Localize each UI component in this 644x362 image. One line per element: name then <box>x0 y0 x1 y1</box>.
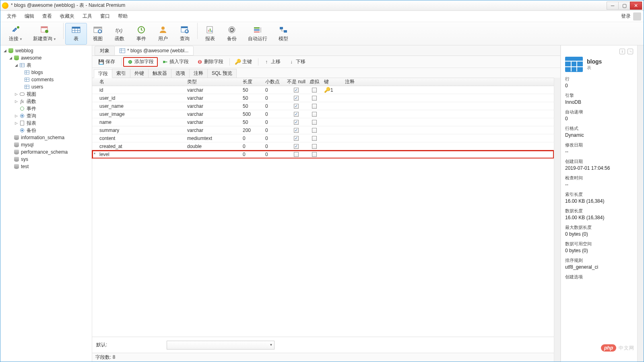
virtual-checkbox[interactable] <box>312 88 317 93</box>
notnull-checkbox[interactable] <box>294 152 299 157</box>
primary-key-button[interactable]: 🔑主键 <box>231 57 256 67</box>
field-length-cell[interactable]: 50 <box>240 94 263 102</box>
toolbar-user-button[interactable]: 用户 <box>152 23 174 45</box>
field-type-cell[interactable]: varchar <box>185 126 240 134</box>
field-row[interactable]: user_idvarchar500✓ <box>92 94 554 102</box>
field-key-cell[interactable] <box>322 94 343 102</box>
tree-database[interactable]: ◢awesome <box>0 54 92 62</box>
notnull-checkbox[interactable]: ✓ <box>294 120 299 125</box>
tree-table-item[interactable]: blogs <box>0 69 92 76</box>
save-button[interactable]: 💾保存 <box>95 57 119 67</box>
col-virtual[interactable]: 虚拟 <box>307 78 322 86</box>
tab-comment[interactable]: 注释 <box>189 69 208 78</box>
notnull-checkbox[interactable]: ✓ <box>294 128 299 133</box>
toolbar-query2-button[interactable]: 查询 <box>174 23 196 45</box>
field-decimals-cell[interactable]: 0 <box>263 142 285 150</box>
tab-fk[interactable]: 外键 <box>130 69 149 78</box>
notnull-checkbox[interactable]: ✓ <box>294 96 299 101</box>
toolbar-report-button[interactable]: 报表 <box>199 23 221 45</box>
tree-database-other[interactable]: information_schema <box>0 134 92 141</box>
virtual-checkbox[interactable] <box>312 112 317 117</box>
field-decimals-cell[interactable]: 0 <box>263 110 285 118</box>
virtual-checkbox[interactable] <box>312 152 317 157</box>
move-up-button[interactable]: ↑上移 <box>260 57 284 67</box>
add-field-button[interactable]: ⊕添加字段 <box>123 57 158 67</box>
tree-database-other[interactable]: sys <box>0 156 92 163</box>
field-key-cell[interactable] <box>322 118 343 126</box>
col-name[interactable]: 名 <box>97 78 185 86</box>
field-name-cell[interactable]: id <box>97 86 185 94</box>
toolbar-autorun-button[interactable]: 自动运行 <box>243 23 272 45</box>
toolbar-fx-button[interactable]: f(x)函数 <box>109 23 130 45</box>
tree-backup-group[interactable]: 备份 <box>0 127 92 134</box>
tree-database-other[interactable]: test <box>0 163 92 170</box>
info-icon[interactable]: i <box>619 49 625 54</box>
insert-field-button[interactable]: ⇤插入字段 <box>159 57 192 67</box>
field-name-cell[interactable]: created_at <box>97 142 185 150</box>
delete-field-button[interactable]: ⊖删除字段 <box>193 57 227 67</box>
field-comment-cell[interactable] <box>343 134 554 142</box>
field-type-cell[interactable]: double <box>185 142 240 150</box>
field-key-cell[interactable] <box>322 142 343 150</box>
tree-report-group[interactable]: ▷报表 <box>0 119 92 127</box>
field-key-cell[interactable] <box>322 134 343 142</box>
field-key-cell[interactable] <box>322 102 343 110</box>
toolbar-query-button[interactable]: 新建查询▼ <box>28 23 62 45</box>
field-length-cell[interactable]: 0 <box>240 134 263 142</box>
notnull-checkbox[interactable]: ✓ <box>294 144 299 149</box>
vertical-scrollbar[interactable] <box>554 78 560 362</box>
field-key-cell[interactable]: 🔑 1 <box>322 86 343 94</box>
field-type-cell[interactable] <box>185 150 240 158</box>
close-button[interactable]: ✕ <box>630 2 642 10</box>
user-avatar-icon[interactable] <box>633 12 641 21</box>
minimize-button[interactable]: ─ <box>607 2 619 10</box>
field-length-cell[interactable]: 0 <box>240 142 263 150</box>
field-name-cell[interactable]: content <box>97 134 185 142</box>
tree-event-group[interactable]: 事件 <box>0 105 92 112</box>
tab-sqlpreview[interactable]: SQL 预览 <box>207 69 237 78</box>
col-comment[interactable]: 注释 <box>343 78 554 86</box>
move-down-button[interactable]: ↓下移 <box>285 57 309 67</box>
virtual-checkbox[interactable] <box>312 96 317 101</box>
field-comment-cell[interactable] <box>343 118 554 126</box>
menu-edit[interactable]: 编辑 <box>21 12 38 21</box>
field-key-cell[interactable] <box>322 150 343 158</box>
ddl-icon[interactable]: ␍ <box>627 49 633 54</box>
tree-database-other[interactable]: mysql <box>0 141 92 148</box>
tab-objects[interactable]: 对象 <box>95 46 115 56</box>
field-length-cell[interactable]: 50 <box>240 118 263 126</box>
field-comment-cell[interactable] <box>343 126 554 134</box>
field-key-cell[interactable] <box>322 126 343 134</box>
field-length-cell[interactable]: 0 <box>240 150 263 158</box>
field-length-cell[interactable]: 50 <box>240 102 263 110</box>
field-row[interactable]: *level00 <box>92 150 554 158</box>
field-comment-cell[interactable] <box>343 142 554 150</box>
menu-help[interactable]: 帮助 <box>114 12 132 21</box>
notnull-checkbox[interactable]: ✓ <box>294 136 299 141</box>
tab-current[interactable]: * blogs @awesome (webbl... <box>114 46 194 56</box>
virtual-checkbox[interactable] <box>312 136 317 141</box>
tree-table-item[interactable]: users <box>0 83 92 90</box>
tab-indexes[interactable]: 索引 <box>112 69 130 78</box>
field-type-cell[interactable]: varchar <box>185 110 240 118</box>
field-type-cell[interactable]: mediumtext <box>185 134 240 142</box>
menu-fav[interactable]: 收藏夹 <box>56 12 78 21</box>
field-decimals-cell[interactable]: 0 <box>263 102 285 110</box>
field-type-cell[interactable]: varchar <box>185 102 240 110</box>
field-row[interactable]: user_namevarchar500✓ <box>92 102 554 110</box>
menu-file[interactable]: 文件 <box>3 12 21 21</box>
field-decimals-cell[interactable]: 0 <box>263 134 285 142</box>
field-comment-cell[interactable] <box>343 102 554 110</box>
field-name-cell[interactable]: summary <box>97 126 185 134</box>
field-row[interactable]: idvarchar500✓🔑 1 <box>92 86 554 94</box>
col-length[interactable]: 长度 <box>240 78 263 86</box>
tree-views-group[interactable]: ▷视图 <box>0 90 92 98</box>
login-link[interactable]: 登录 <box>621 13 631 20</box>
col-decimals[interactable]: 小数点 <box>263 78 285 86</box>
field-key-cell[interactable] <box>322 110 343 118</box>
menu-window[interactable]: 窗口 <box>96 12 114 21</box>
field-row[interactable]: contentmediumtext00✓ <box>92 134 554 142</box>
field-type-cell[interactable]: varchar <box>185 118 240 126</box>
field-row[interactable]: user_imagevarchar5000✓ <box>92 110 554 118</box>
field-length-cell[interactable]: 50 <box>240 86 263 94</box>
